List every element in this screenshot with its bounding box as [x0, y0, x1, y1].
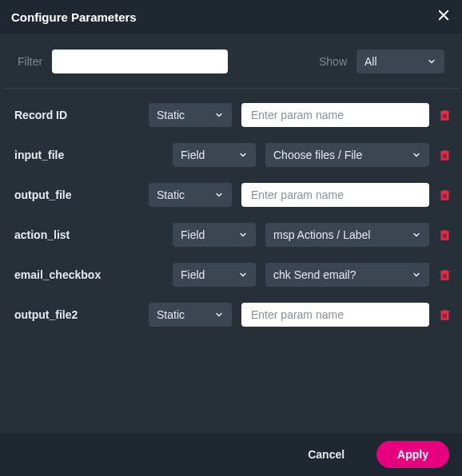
param-row: input_file Field Choose files / File	[14, 143, 451, 167]
type-dropdown-value: Field	[181, 149, 205, 161]
type-dropdown-value: Static	[157, 308, 185, 321]
cancel-button[interactable]: Cancel	[287, 441, 365, 468]
type-dropdown[interactable]: Static	[149, 103, 232, 127]
param-row: email_checkbox Field chk Send email?	[14, 263, 451, 287]
type-dropdown-value: Static	[157, 109, 185, 121]
chevron-down-icon	[427, 57, 436, 66]
chevron-down-icon	[238, 150, 248, 160]
param-label: action_list	[14, 228, 149, 241]
filter-bar: Filter Show All	[3, 34, 459, 89]
parameters-list: Record ID Static input_file Field Choose…	[0, 89, 462, 433]
param-name-input[interactable]	[241, 183, 429, 207]
chevron-down-icon	[214, 310, 224, 319]
type-dropdown-value: Static	[157, 188, 185, 201]
chevron-down-icon	[412, 230, 421, 240]
value-dropdown[interactable]: chk Send email?	[265, 263, 429, 287]
type-dropdown-value: Field	[181, 268, 205, 281]
value-dropdown[interactable]: msp Actions / Label	[265, 223, 429, 247]
param-label: output_file	[14, 188, 149, 201]
param-row: action_list Field msp Actions / Label	[14, 223, 451, 247]
trash-icon[interactable]	[439, 189, 451, 201]
dialog-title: Configure Parameters	[11, 10, 137, 24]
filter-label: Filter	[18, 55, 42, 68]
titlebar: Configure Parameters	[0, 0, 462, 34]
apply-button[interactable]: Apply	[376, 441, 449, 468]
configure-parameters-dialog: Configure Parameters Filter Show All Rec…	[0, 0, 462, 476]
param-row: Record ID Static	[14, 103, 451, 127]
param-row: output_file2 Static	[14, 303, 451, 327]
param-name-input[interactable]	[241, 303, 429, 327]
show-dropdown-value: All	[364, 55, 377, 68]
chevron-down-icon	[238, 270, 248, 280]
chevron-down-icon	[214, 110, 224, 120]
param-label: output_file2	[14, 308, 149, 321]
param-label: email_checkbox	[14, 268, 149, 281]
type-dropdown[interactable]: Static	[149, 303, 232, 327]
trash-icon[interactable]	[439, 309, 451, 321]
value-dropdown-value: Choose files / File	[273, 149, 362, 161]
filter-input[interactable]	[52, 50, 228, 73]
chevron-down-icon	[214, 190, 224, 200]
trash-icon[interactable]	[439, 229, 451, 241]
type-dropdown[interactable]: Static	[149, 183, 232, 207]
param-label: Record ID	[14, 109, 149, 121]
trash-icon[interactable]	[439, 269, 451, 281]
trash-icon[interactable]	[439, 149, 451, 161]
value-dropdown-value: msp Actions / Label	[273, 228, 370, 241]
dialog-footer: Cancel Apply	[0, 433, 462, 476]
param-label: input_file	[14, 149, 149, 161]
param-row: output_file Static	[14, 183, 451, 207]
chevron-down-icon	[412, 270, 421, 280]
close-icon[interactable]	[436, 8, 451, 26]
trash-icon[interactable]	[439, 109, 451, 121]
type-dropdown[interactable]: Field	[173, 143, 256, 167]
type-dropdown-value: Field	[181, 228, 205, 241]
type-dropdown[interactable]: Field	[173, 223, 256, 247]
value-dropdown[interactable]: Choose files / File	[265, 143, 429, 167]
value-dropdown-value: chk Send email?	[273, 268, 356, 281]
param-name-input[interactable]	[241, 103, 429, 127]
chevron-down-icon	[412, 150, 421, 160]
show-label: Show	[319, 55, 347, 68]
show-dropdown[interactable]: All	[356, 50, 444, 73]
type-dropdown[interactable]: Field	[173, 263, 256, 287]
chevron-down-icon	[238, 230, 248, 240]
